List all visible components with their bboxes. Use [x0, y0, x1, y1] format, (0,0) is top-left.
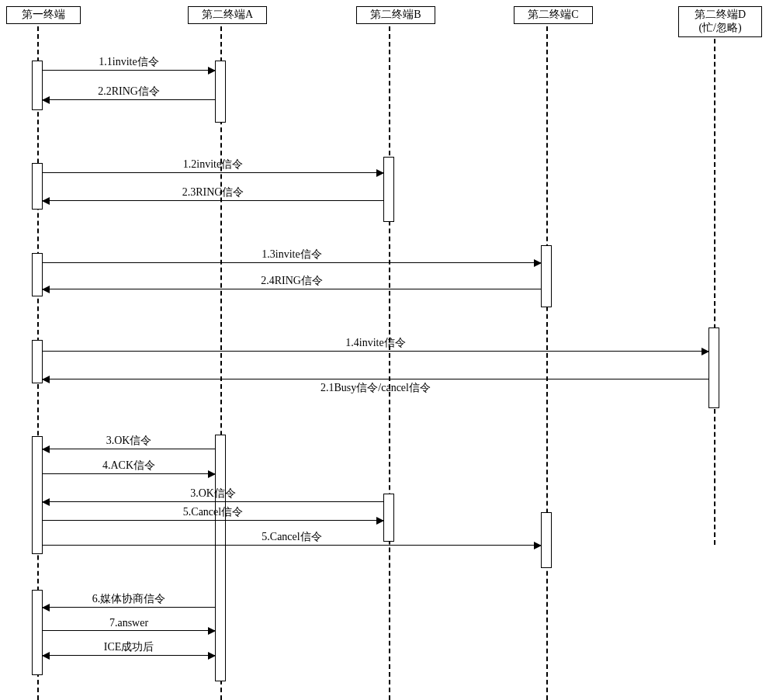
message-m3a: 3.OK信令: [43, 449, 215, 449]
activation-p1_3: [32, 253, 43, 296]
message-label-m4: 4.ACK信令: [43, 459, 215, 473]
message-label-m21: 2.1Busy信令/cancel信令: [43, 381, 708, 395]
message-m11: 1.1invite信令: [43, 70, 215, 71]
message-m13: 1.3invite信令: [43, 262, 541, 263]
message-m21: 2.1Busy信令/cancel信令: [43, 379, 708, 379]
message-label-m6: 6.媒体协商信令: [43, 592, 215, 606]
message-m4: 4.ACK信令: [43, 473, 215, 474]
message-label-m24: 2.4RING信令: [43, 274, 541, 288]
message-m5a: 5.Cancel信令: [43, 520, 383, 521]
message-m6: 6.媒体协商信令: [43, 607, 215, 608]
activation-pA_1: [215, 61, 226, 123]
lifeline-c: [546, 26, 548, 700]
message-label-m3a: 3.OK信令: [43, 434, 215, 448]
participant-second-terminal-d: 第二终端D (忙/忽略): [678, 6, 762, 37]
message-label-m5b: 5.Cancel信令: [43, 530, 541, 544]
message-label-m3b: 3.OK信令: [43, 487, 383, 501]
participant-second-terminal-c: 第二终端C: [514, 6, 593, 24]
activation-pD_1: [708, 327, 719, 408]
activation-pC_2: [541, 512, 552, 568]
message-label-m5a: 5.Cancel信令: [43, 505, 383, 519]
activation-pA_2: [215, 435, 226, 681]
lifeline-d: [714, 39, 715, 545]
activation-p1_5: [32, 436, 43, 554]
sequence-diagram: 第一终端 第二终端A 第二终端B 第二终端C 第二终端D (忙/忽略) 1.1i…: [0, 0, 776, 700]
message-m3b: 3.OK信令: [43, 501, 383, 502]
message-label-m12: 1.2invite信令: [43, 158, 383, 172]
message-m7: 7.answer: [43, 630, 215, 631]
message-m24: 2.4RING信令: [43, 289, 541, 289]
message-m12: 1.2invite信令: [43, 172, 383, 173]
participant-second-terminal-a: 第二终端A: [188, 6, 267, 24]
message-label-m7: 7.answer: [43, 617, 215, 629]
message-m14: 1.4invite信令: [43, 351, 708, 352]
message-label-m13: 1.3invite信令: [43, 248, 541, 262]
message-label-mice: ICE成功后: [43, 640, 215, 654]
participant-first-terminal: 第一终端: [6, 6, 81, 24]
message-label-m14: 1.4invite信令: [43, 336, 708, 350]
message-label-m23: 2.3RING信令: [43, 185, 383, 199]
message-label-m11: 1.1invite信令: [43, 55, 215, 69]
activation-p1_6: [32, 590, 43, 675]
activation-pB_1: [383, 157, 394, 222]
message-m22: 2.2RING信令: [43, 99, 215, 100]
activation-pC_1: [541, 245, 552, 307]
activation-p1_1: [32, 61, 43, 110]
activation-p1_2: [32, 163, 43, 210]
activation-p1_4: [32, 340, 43, 383]
message-m5b: 5.Cancel信令: [43, 545, 541, 546]
message-label-m22: 2.2RING信令: [43, 85, 215, 99]
lifeline-b: [389, 26, 390, 700]
participant-second-terminal-b: 第二终端B: [356, 6, 435, 24]
message-mice: ICE成功后: [43, 655, 215, 656]
message-m23: 2.3RING信令: [43, 200, 383, 201]
